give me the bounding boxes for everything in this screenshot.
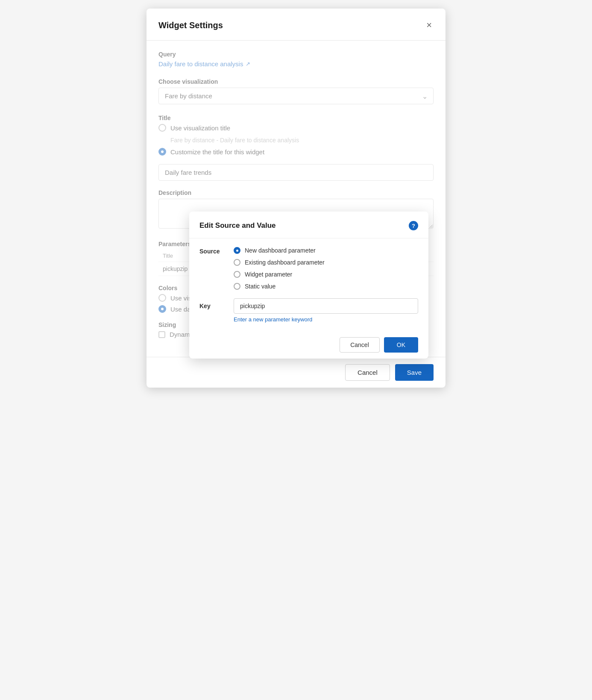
key-hint: Enter a new parameter keyword: [234, 316, 418, 323]
sub-modal-title: Edit Source and Value: [199, 221, 276, 230]
key-row: Key Enter a new parameter keyword: [199, 298, 418, 323]
source-row: Source New dashboard parameter Existing …: [199, 247, 418, 290]
close-icon[interactable]: ×: [425, 19, 434, 32]
existing-dashboard-param-option[interactable]: Existing dashboard parameter: [234, 259, 325, 266]
modal-title: Widget Settings: [158, 21, 223, 30]
sub-cancel-button[interactable]: Cancel: [340, 337, 380, 353]
sub-modal-header: Edit Source and Value ?: [189, 212, 428, 238]
widget-param-label: Widget parameter: [245, 271, 292, 278]
widget-settings-modal: Widget Settings × Query Daily fare to di…: [147, 9, 445, 388]
existing-dashboard-param-radio[interactable]: [234, 259, 240, 266]
modal-footer: Cancel Save: [147, 357, 445, 388]
widget-param-radio[interactable]: [234, 271, 240, 278]
source-label: Source: [199, 247, 225, 255]
save-button[interactable]: Save: [395, 364, 434, 381]
modal-body: Query Daily fare to distance analysis ↗ …: [147, 41, 445, 357]
help-icon[interactable]: ?: [409, 221, 418, 230]
edit-source-modal: Edit Source and Value ? Source New dashb…: [189, 212, 428, 359]
source-options: New dashboard parameter Existing dashboa…: [234, 247, 325, 290]
new-dashboard-param-label: New dashboard parameter: [245, 247, 316, 254]
new-dashboard-param-radio[interactable]: [234, 247, 240, 254]
sub-ok-button[interactable]: OK: [384, 337, 418, 353]
key-input[interactable]: [234, 298, 418, 314]
modal-header: Widget Settings ×: [147, 9, 445, 41]
cancel-button[interactable]: Cancel: [345, 364, 390, 381]
static-value-option[interactable]: Static value: [234, 283, 325, 290]
key-label: Key: [199, 298, 225, 309]
static-value-radio[interactable]: [234, 283, 240, 290]
sub-modal-body: Source New dashboard parameter Existing …: [189, 238, 428, 331]
widget-param-option[interactable]: Widget parameter: [234, 271, 325, 278]
sub-modal-footer: Cancel OK: [189, 331, 428, 359]
key-input-wrapper: Enter a new parameter keyword: [234, 298, 418, 323]
static-value-label: Static value: [245, 283, 275, 290]
existing-dashboard-param-label: Existing dashboard parameter: [245, 259, 325, 266]
new-dashboard-param-option[interactable]: New dashboard parameter: [234, 247, 325, 254]
